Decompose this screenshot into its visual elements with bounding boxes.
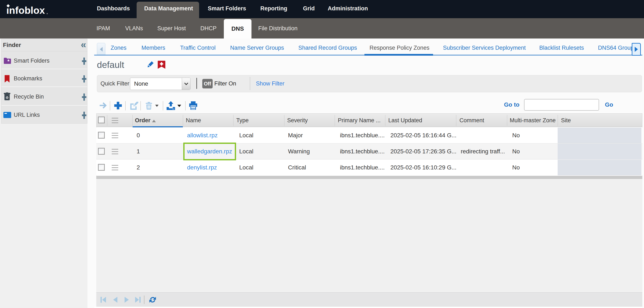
svg-text:*: *	[8, 58, 10, 64]
svg-text:♻: ♻	[6, 96, 8, 99]
